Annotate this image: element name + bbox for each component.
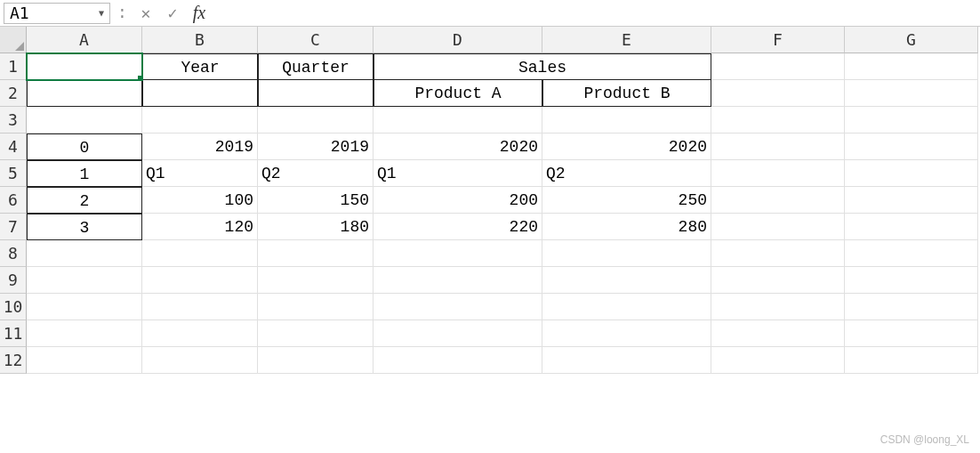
cell-E2[interactable]: Product B [542,80,711,107]
row-head-4[interactable]: 4 [0,133,27,160]
cell-F7[interactable] [711,214,845,240]
cell-C9[interactable] [258,267,374,294]
cell-C11[interactable] [258,320,374,347]
cell-G12[interactable] [845,347,978,374]
cell-D12[interactable] [374,347,542,374]
cell-G3[interactable] [845,107,978,133]
cell-G8[interactable] [845,240,978,267]
row-head-2[interactable]: 2 [0,80,27,107]
cell-F12[interactable] [711,347,845,374]
cell-F1[interactable] [711,53,845,80]
cell-E5[interactable]: Q2 [542,160,711,187]
col-head-B[interactable]: B [142,27,258,53]
name-box[interactable]: A1 ▼ [4,3,110,24]
cell-B11[interactable] [142,320,258,347]
cell-F5[interactable] [711,160,845,187]
cell-B6[interactable]: 100 [142,187,258,214]
col-head-F[interactable]: F [711,27,845,53]
col-head-C[interactable]: C [258,27,374,53]
cell-E3[interactable] [542,107,711,133]
col-head-A[interactable]: A [27,27,142,53]
cell-B5[interactable]: Q1 [142,160,258,187]
cell-F11[interactable] [711,320,845,347]
cell-B7[interactable]: 120 [142,214,258,240]
cell-D4[interactable]: 2020 [374,133,542,160]
cell-E9[interactable] [542,267,711,294]
cell-C12[interactable] [258,347,374,374]
cell-D10[interactable] [374,294,542,320]
cell-F4[interactable] [711,133,845,160]
fx-icon[interactable]: fx [193,3,205,23]
enter-check-icon[interactable]: ✓ [161,3,184,24]
cell-E11[interactable] [542,320,711,347]
cell-G6[interactable] [845,187,978,214]
cell-A5[interactable]: 1 [27,160,142,187]
cell-A10[interactable] [27,294,142,320]
cell-G1[interactable] [845,53,978,80]
cell-B12[interactable] [142,347,258,374]
cell-A2[interactable] [27,80,142,107]
cell-C4[interactable]: 2019 [258,133,374,160]
cell-D3[interactable] [374,107,542,133]
cell-C8[interactable] [258,240,374,267]
cell-D11[interactable] [374,320,542,347]
cell-B4[interactable]: 2019 [142,133,258,160]
cell-D5[interactable]: Q1 [374,160,542,187]
row-head-3[interactable]: 3 [0,107,27,133]
col-head-D[interactable]: D [374,27,542,53]
row-head-1[interactable]: 1 [0,53,27,80]
cell-G10[interactable] [845,294,978,320]
row-head-5[interactable]: 5 [0,160,27,187]
cell-C3[interactable] [258,107,374,133]
cell-F2[interactable] [711,80,845,107]
cell-C6[interactable]: 150 [258,187,374,214]
cancel-icon[interactable]: ✕ [134,3,157,24]
cell-G4[interactable] [845,133,978,160]
cell-A8[interactable] [27,240,142,267]
cell-C10[interactable] [258,294,374,320]
cell-G11[interactable] [845,320,978,347]
cell-D6[interactable]: 200 [374,187,542,214]
cell-F9[interactable] [711,267,845,294]
cell-G7[interactable] [845,214,978,240]
cell-B3[interactable] [142,107,258,133]
cell-D9[interactable] [374,267,542,294]
cell-F6[interactable] [711,187,845,214]
cell-C5[interactable]: Q2 [258,160,374,187]
row-head-7[interactable]: 7 [0,214,27,240]
cell-B10[interactable] [142,294,258,320]
cell-A3[interactable] [27,107,142,133]
cell-A9[interactable] [27,267,142,294]
cell-C2[interactable] [258,80,374,107]
col-head-G[interactable]: G [845,27,978,53]
cell-A4[interactable]: 0 [27,133,142,160]
cell-E7[interactable]: 280 [542,214,711,240]
cell-A6[interactable]: 2 [27,187,142,214]
cell-B8[interactable] [142,240,258,267]
row-head-10[interactable]: 10 [0,294,27,320]
cell-C1[interactable]: Quarter [258,53,374,80]
cell-B9[interactable] [142,267,258,294]
cell-C7[interactable]: 180 [258,214,374,240]
cell-F3[interactable] [711,107,845,133]
spreadsheet-grid[interactable]: A B C D E F G 1 Year Quarter Sales 2 Pro… [0,27,980,374]
cell-A11[interactable] [27,320,142,347]
row-head-8[interactable]: 8 [0,240,27,267]
cell-D1-E1-merged[interactable]: Sales [374,53,711,80]
cell-D7[interactable]: 220 [374,214,542,240]
cell-G2[interactable] [845,80,978,107]
cell-D2[interactable]: Product A [374,80,542,107]
cell-G9[interactable] [845,267,978,294]
cell-E12[interactable] [542,347,711,374]
chevron-down-icon[interactable]: ▼ [99,8,104,18]
cell-E4[interactable]: 2020 [542,133,711,160]
row-head-6[interactable]: 6 [0,187,27,214]
cell-A1[interactable] [27,53,142,80]
row-head-12[interactable]: 12 [0,347,27,374]
cell-B1[interactable]: Year [142,53,258,80]
row-head-9[interactable]: 9 [0,267,27,294]
cell-D8[interactable] [374,240,542,267]
row-head-11[interactable]: 11 [0,320,27,347]
cell-A12[interactable] [27,347,142,374]
cell-E10[interactable] [542,294,711,320]
